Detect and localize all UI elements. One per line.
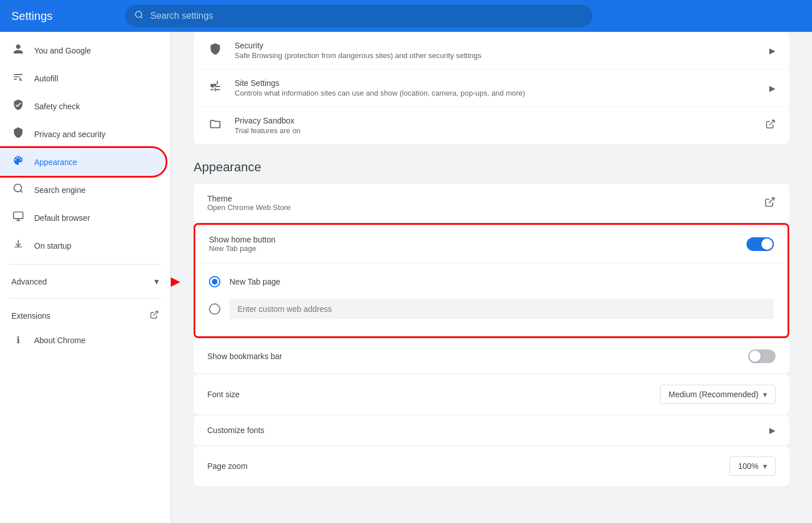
person-icon	[11, 43, 25, 57]
security-row[interactable]: Security Safe Browsing (protection from …	[194, 32, 789, 69]
bookmarks-bar-card: Show bookmarks bar	[194, 339, 789, 373]
site-settings-subtitle: Controls what information sites can use …	[235, 89, 525, 97]
default-browser-icon	[11, 211, 25, 225]
svg-line-9	[769, 197, 774, 203]
sidebar: You and Google Autofill Safety check Pri…	[0, 32, 171, 523]
sidebar-extensions-label: Extensions	[11, 311, 50, 320]
sidebar-label-you-and-google: You and Google	[34, 46, 91, 55]
theme-sublabel: Open Chrome Web Store	[207, 203, 290, 212]
chevron-down-icon: ▾	[154, 276, 159, 287]
page-zoom-label: Page zoom	[207, 462, 248, 471]
customize-fonts-card: Customize fonts ▶	[194, 415, 789, 445]
security-title: Security	[235, 41, 482, 50]
search-engine-icon	[11, 183, 25, 197]
custom-url-radio[interactable]	[209, 303, 220, 315]
sidebar-label-privacy: Privacy and security	[34, 130, 105, 139]
autofill-icon	[11, 71, 25, 85]
svg-line-3	[20, 191, 23, 193]
sidebar-label-autofill: Autofill	[34, 74, 58, 83]
privacy-sandbox-extlink	[765, 119, 776, 132]
svg-point-0	[136, 11, 142, 18]
theme-row[interactable]: Theme Open Chrome Web Store	[194, 184, 789, 222]
sidebar-label-search-engine: Search engine	[34, 186, 85, 195]
search-icon	[134, 10, 143, 22]
privacy-icon	[11, 127, 25, 141]
sidebar-label-about-chrome: About Chrome	[34, 336, 85, 345]
page-zoom-dropdown[interactable]: 100% ▾	[729, 456, 776, 476]
startup-icon	[11, 238, 25, 253]
main-content: Security Safe Browsing (protection from …	[171, 32, 812, 523]
custom-url-input[interactable]	[229, 299, 774, 319]
page-zoom-value: 100%	[738, 462, 758, 471]
sidebar-extensions[interactable]: Extensions	[0, 303, 170, 328]
sidebar-advanced[interactable]: Advanced ▾	[0, 269, 170, 294]
search-input[interactable]	[150, 11, 583, 21]
svg-line-1	[141, 17, 142, 18]
page-zoom-card: Page zoom 100% ▾	[194, 446, 789, 486]
new-tab-label: New Tab page	[229, 277, 280, 286]
settings-title: Settings	[11, 10, 102, 23]
font-size-value: Medium (Recommended)	[669, 390, 758, 399]
external-link-icon	[150, 310, 159, 321]
svg-line-8	[770, 120, 774, 125]
font-size-card: Font size Medium (Recommended) ▾	[194, 374, 789, 414]
sidebar-item-you-and-google[interactable]: You and Google	[0, 36, 166, 64]
home-button-label: Show home button	[209, 235, 276, 244]
appearance-icon	[11, 155, 25, 169]
privacy-sandbox-row[interactable]: Privacy Sandbox Trial features are on	[194, 107, 789, 144]
bookmarks-bar-label: Show bookmarks bar	[207, 352, 282, 361]
theme-extlink-icon	[764, 196, 776, 210]
arrow-right-indicator: ▶	[171, 270, 181, 291]
security-chevron: ▶	[769, 46, 776, 55]
sidebar-item-appearance[interactable]: Appearance ◀	[0, 148, 166, 176]
customize-fonts-label: Customize fonts	[207, 426, 264, 435]
font-size-row[interactable]: Font size Medium (Recommended) ▾	[194, 374, 789, 414]
sidebar-item-autofill[interactable]: Autofill	[0, 64, 166, 92]
theme-card: Theme Open Chrome Web Store	[194, 184, 789, 222]
home-button-section: ▶ Show home button New Tab page New Tab …	[194, 223, 789, 338]
font-size-dropdown[interactable]: Medium (Recommended) ▾	[660, 385, 776, 404]
security-subtitle: Safe Browsing (protection from dangerous…	[235, 51, 482, 60]
sidebar-label-default-browser: Default browser	[34, 213, 90, 223]
home-button-card: Show home button New Tab page New Tab pa…	[194, 223, 789, 338]
customize-fonts-row[interactable]: Customize fonts ▶	[194, 415, 789, 445]
header: Settings	[0, 0, 812, 32]
sidebar-item-on-startup[interactable]: On startup	[0, 232, 166, 260]
sidebar-advanced-label: Advanced	[11, 277, 47, 286]
sidebar-label-appearance: Appearance	[34, 158, 77, 167]
home-button-row: Show home button New Tab page	[195, 225, 788, 263]
font-size-label: Font size	[207, 390, 240, 399]
home-button-options: New Tab page	[195, 263, 788, 336]
svg-line-7	[154, 311, 158, 315]
sidebar-item-about-chrome[interactable]: ℹ About Chrome	[0, 328, 166, 352]
layout: You and Google Autofill Safety check Pri…	[0, 32, 812, 523]
sidebar-item-search-engine[interactable]: Search engine	[0, 176, 166, 204]
custom-url-option[interactable]	[209, 293, 774, 325]
sidebar-label-on-startup: On startup	[34, 241, 71, 250]
sidebar-item-safety-check[interactable]: Safety check	[0, 92, 166, 120]
sidebar-divider-2	[9, 298, 161, 299]
svg-point-2	[14, 184, 22, 192]
site-settings-icon	[207, 80, 223, 96]
bookmarks-bar-toggle[interactable]	[748, 349, 776, 363]
privacy-sandbox-subtitle: Trial features are on	[235, 126, 301, 135]
privacy-sandbox-icon	[207, 118, 223, 133]
page-zoom-chevron: ▾	[763, 462, 767, 471]
privacy-sandbox-title: Privacy Sandbox	[235, 116, 301, 125]
page-zoom-row[interactable]: Page zoom 100% ▾	[194, 446, 789, 486]
new-tab-option[interactable]: New Tab page	[209, 270, 774, 293]
sidebar-label-safety-check: Safety check	[34, 102, 80, 111]
privacy-cards: Security Safe Browsing (protection from …	[194, 32, 789, 144]
new-tab-radio[interactable]	[209, 276, 220, 287]
font-size-chevron: ▾	[763, 390, 767, 399]
bookmarks-bar-row[interactable]: Show bookmarks bar	[194, 339, 789, 373]
safety-check-icon	[11, 99, 25, 113]
site-settings-row[interactable]: Site Settings Controls what information …	[194, 69, 789, 107]
home-button-toggle[interactable]	[747, 237, 774, 251]
search-bar[interactable]	[125, 5, 592, 27]
about-chrome-icon: ℹ	[11, 335, 25, 345]
sidebar-item-default-browser[interactable]: Default browser	[0, 204, 166, 232]
sidebar-item-privacy-and-security[interactable]: Privacy and security	[0, 120, 166, 148]
home-button-sublabel: New Tab page	[209, 244, 276, 253]
appearance-section-header: Appearance	[194, 160, 789, 175]
